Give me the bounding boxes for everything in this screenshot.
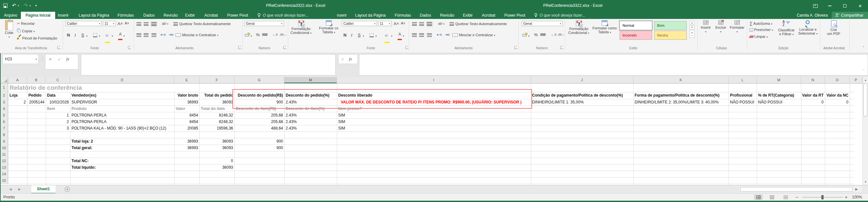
merge-center-button-2[interactable]: Mesclar e Centralizar ▾	[459, 33, 495, 37]
row-header-10[interactable]: 10	[0, 144, 8, 151]
ribbon-display-options-icon[interactable]	[809, 0, 822, 12]
cell-D12[interactable]: Total NC:	[70, 158, 174, 164]
cell-O2[interactable]: Valor da NC	[825, 92, 850, 99]
italic-button-2[interactable]: I	[351, 33, 352, 38]
borders-icon-2[interactable]	[370, 33, 374, 37]
font-name-select-2[interactable]: Calibri▾	[342, 21, 377, 26]
cell-I6[interactable]: SIM	[337, 119, 531, 125]
qat-customize-icon[interactable]: ▾	[35, 2, 37, 9]
column-header-C[interactable]: C	[46, 77, 70, 83]
confirm-entry-icon[interactable]: ✓	[58, 57, 61, 62]
orientation-icon-2[interactable]: ab⁄ ▾	[438, 22, 444, 26]
cell-F5[interactable]: 8248,32	[199, 112, 235, 119]
sheet-tab-sheet1[interactable]: Sheet1	[31, 186, 56, 194]
cell-E4[interactable]: Valor	[174, 105, 199, 112]
conditional-formatting-button-2[interactable]: ≠ FormataçãoCondicional ▾	[567, 20, 590, 35]
row-header-13[interactable]: 13	[0, 164, 8, 171]
view-pagebreak-button[interactable]	[781, 195, 790, 200]
find-select-button[interactable]: Localizar eSelecionar ▾	[797, 20, 819, 35]
cell-I7[interactable]: SIM	[337, 125, 531, 132]
column-header-P[interactable]: P	[850, 77, 863, 83]
cell-D10[interactable]: Total geral:	[70, 144, 174, 151]
cell-C2[interactable]: Data	[46, 92, 70, 99]
merge-center-icon-2[interactable]: ↔	[453, 33, 458, 37]
accounting-format-icon-2[interactable]	[522, 33, 528, 37]
gallery-down-icon[interactable]: ▼	[689, 26, 695, 29]
tab-dados[interactable]: Dados	[142, 12, 156, 19]
tab2-power-pivot[interactable]: Power Pivot	[503, 12, 527, 19]
tab2-f-rmulas[interactable]: Fórmulas	[393, 12, 412, 19]
cell-C6[interactable]: 2	[46, 119, 70, 125]
cell-C4[interactable]: Item	[46, 105, 70, 112]
row-header-1[interactable]: 1	[0, 83, 8, 92]
column-header-D[interactable]: D	[70, 77, 174, 83]
cell-E7[interactable]: 20085	[174, 125, 199, 132]
row-header-14[interactable]: 14	[0, 171, 8, 177]
decrease-indent-icon-2[interactable]: ⇤≡	[437, 33, 442, 37]
cell-G7[interactable]: 488,64	[235, 125, 284, 132]
sort-filter-button[interactable]: AZ Classificare Filtrar ▾	[776, 20, 797, 36]
share-button[interactable]: Compartilhar	[832, 12, 868, 19]
name-box[interactable]: H23 ▾	[3, 54, 38, 64]
align-top-icon-2[interactable]	[412, 22, 417, 26]
column-header-L[interactable]: L	[728, 77, 757, 83]
tab-power-pivot[interactable]: Power Pivot	[226, 12, 249, 19]
sheet-nav-prev-icon[interactable]: ◀	[9, 187, 12, 191]
save-icon[interactable]	[3, 4, 7, 8]
cell-A1[interactable]: Relatório de conferência	[8, 83, 27, 92]
tellme-box[interactable]: O que você deseja fazer...	[257, 12, 309, 19]
cancel-entry-icon[interactable]: ✕	[49, 57, 52, 62]
cell-N2[interactable]: Valor da RT	[801, 92, 825, 99]
gallery-more-icon[interactable]: ▼—	[689, 30, 695, 38]
row-header-4[interactable]: 4	[0, 105, 8, 112]
fill-button[interactable]: ↓ Preencher ▾	[749, 28, 773, 32]
collapse-ribbon-icon[interactable]: ⌃	[862, 46, 865, 49]
vertical-scroll-thumb[interactable]	[863, 83, 867, 116]
tab-layout-da-p-gina[interactable]: Layout da Página	[78, 12, 110, 19]
cell-B3[interactable]: 2005144	[27, 99, 46, 105]
accounting-caret-icon-2[interactable]: ▾	[528, 35, 529, 37]
tab-revis-o[interactable]: Revisão	[162, 12, 179, 19]
scroll-up-icon[interactable]: ▲	[863, 79, 868, 81]
cell-B2[interactable]: Pedido	[27, 92, 46, 99]
fill-color-caret-icon-2[interactable]: ▾	[391, 35, 392, 37]
cell-G6[interactable]: 205,68	[235, 119, 284, 125]
redo-icon[interactable]: ↷	[24, 2, 28, 9]
percent-style-button-2[interactable]: %	[534, 32, 538, 37]
restore-icon[interactable]	[837, 0, 852, 12]
fill-color-icon-2[interactable]	[384, 33, 390, 44]
cell-O3[interactable]: 0	[825, 99, 850, 105]
column-header-I[interactable]: I	[337, 77, 531, 83]
decrease-font-icon-2[interactable]: A˅	[401, 21, 405, 25]
view-layout-button[interactable]	[768, 195, 776, 200]
tellme-box-2[interactable]: O que você deseja fazer...	[534, 12, 585, 19]
cell-F12[interactable]: 0	[199, 158, 235, 164]
tab2-acrobat[interactable]: Acrobat	[480, 12, 497, 19]
row-header-7[interactable]: 7	[0, 125, 8, 132]
tab2-dados[interactable]: Dados	[418, 12, 433, 19]
align-center-icon-2[interactable]	[419, 33, 424, 37]
cell-D5[interactable]: POLTRONA PERLA	[70, 112, 174, 119]
cell-E6[interactable]: 8454	[174, 119, 199, 125]
increase-font-icon-2[interactable]: A˄	[394, 21, 399, 26]
row-header-11[interactable]: 11	[0, 151, 8, 158]
vertical-scrollbar[interactable]: ▲ ▼	[863, 77, 868, 185]
cell-E3[interactable]: 36993	[174, 99, 199, 105]
bold-button-2[interactable]: N	[343, 33, 346, 37]
cell-E5[interactable]: 8454	[174, 112, 199, 119]
minimize-icon[interactable]	[822, 0, 837, 12]
column-header-J[interactable]: J	[531, 77, 633, 83]
tab2-exibir[interactable]: Exibir	[462, 12, 474, 19]
cell-F13[interactable]: 36093	[199, 164, 235, 171]
scroll-down-icon[interactable]: ▼	[863, 180, 868, 183]
cell-G9[interactable]: 900	[235, 138, 284, 144]
tab-exibir[interactable]: Exibir	[184, 12, 196, 19]
increase-indent-icon-2[interactable]: ⇥≡	[444, 33, 450, 37]
cell-H6[interactable]: 2.43%	[284, 119, 337, 125]
cell-D9[interactable]: Total loja: 2	[70, 138, 174, 144]
cell-F6[interactable]: 8248,32	[199, 119, 235, 125]
number-dialog-launcher-icon-2[interactable]	[560, 46, 563, 49]
zoom-level[interactable]: 100%	[852, 195, 862, 199]
cell-J3[interactable]: DINHEIRO/LIMITE 1: 35,00%	[531, 99, 633, 105]
column-header-K[interactable]: K	[633, 77, 728, 83]
